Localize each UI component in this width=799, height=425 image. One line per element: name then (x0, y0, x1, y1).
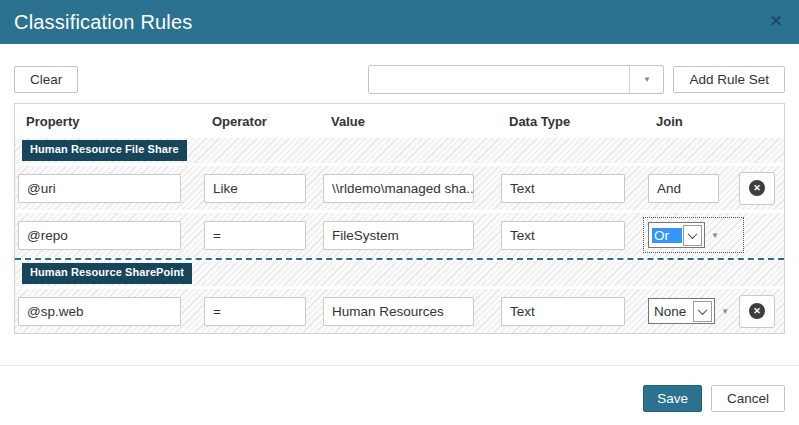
value-field[interactable]: FileSystem (323, 221, 474, 250)
join-select[interactable]: Or (648, 222, 705, 248)
group-badge[interactable]: Human Resource File Share (22, 140, 187, 160)
column-header-join: Join (648, 114, 739, 129)
value-field[interactable]: \\rldemo\managed sha... (323, 174, 474, 203)
delete-rule-button[interactable]: ✕ (739, 295, 775, 328)
value-field[interactable]: Human Resources (323, 297, 474, 326)
clear-button[interactable]: Clear (14, 66, 78, 93)
data-type-field[interactable]: Text (501, 174, 625, 203)
rule-row-sp-web: @sp.web = Human Resources Text None ▼ ✕ (15, 289, 784, 333)
group-badge[interactable]: Human Resource SharePoint (22, 263, 192, 283)
property-field[interactable]: @sp.web (18, 297, 181, 326)
dialog-title: Classification Rules (14, 11, 193, 34)
join-selected-option: None (654, 304, 692, 319)
group-header-sharepoint: Human Resource SharePoint (15, 261, 784, 286)
close-icon[interactable]: ✕ (765, 10, 787, 32)
property-field[interactable]: @repo (18, 221, 181, 250)
chevron-down-icon (688, 229, 698, 239)
classification-rules-dialog: Classification Rules ✕ Clear ▼ Add Rule … (0, 0, 799, 425)
dropdown-arrow-icon[interactable]: ▼ (719, 307, 729, 316)
footer: Save Cancel (0, 366, 799, 412)
ruleset-combobox: ▼ (368, 65, 664, 94)
save-button[interactable]: Save (643, 385, 702, 412)
join-field[interactable]: And (648, 174, 719, 203)
cancel-button[interactable]: Cancel (711, 385, 785, 412)
toolbar: Clear ▼ Add Rule Set (14, 65, 785, 94)
dialog-titlebar: Classification Rules ✕ (0, 0, 799, 44)
delete-rule-button[interactable]: ✕ (739, 172, 775, 205)
group-header-file-share: Human Resource File Share (15, 138, 784, 163)
column-header-operator: Operator (204, 114, 323, 129)
rule-row-repo: @repo = FileSystem Text Or ▼ (15, 213, 784, 257)
join-select-widget: Or ▼ (648, 222, 739, 248)
join-selected-option: Or (652, 228, 682, 243)
rules-table: Property Operator Value Data Type Join H… (14, 103, 785, 334)
group-separator-dashed-line (15, 258, 784, 260)
join-select[interactable]: None (648, 298, 715, 324)
combo-dropdown-arrow-icon[interactable]: ▼ (629, 66, 663, 93)
chevron-down-icon (698, 305, 708, 315)
property-field[interactable]: @uri (18, 174, 181, 203)
operator-field[interactable]: Like (204, 174, 306, 203)
data-type-field[interactable]: Text (501, 221, 625, 250)
circle-x-icon: ✕ (749, 180, 765, 196)
table-header-row: Property Operator Value Data Type Join (15, 104, 784, 138)
operator-field[interactable]: = (204, 297, 306, 326)
join-select-widget: None ▼ (648, 298, 739, 324)
column-header-property: Property (18, 114, 204, 129)
select-arrow-box[interactable] (683, 225, 702, 246)
operator-field[interactable]: = (204, 221, 306, 250)
ruleset-combo-input[interactable] (369, 66, 629, 93)
rule-row-uri: @uri Like \\rldemo\managed sha... Text A… (15, 166, 784, 210)
data-type-field[interactable]: Text (501, 297, 625, 326)
column-header-value: Value (323, 114, 501, 129)
add-rule-set-button[interactable]: Add Rule Set (673, 66, 785, 93)
dropdown-arrow-icon[interactable]: ▼ (709, 231, 719, 240)
circle-x-icon: ✕ (749, 303, 765, 319)
column-header-data-type: Data Type (501, 114, 648, 129)
select-arrow-box[interactable] (693, 301, 712, 322)
